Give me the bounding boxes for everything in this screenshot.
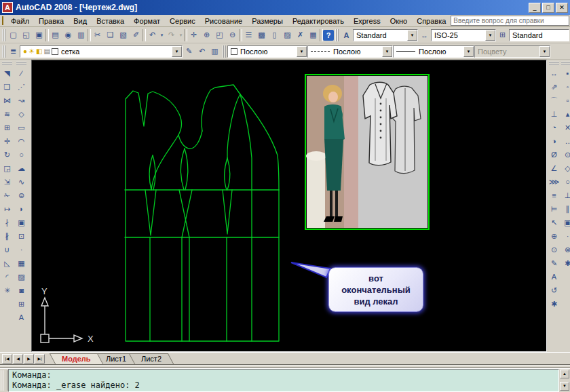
quickcalc[interactable]: ▦ <box>307 28 320 41</box>
toolbar-grip[interactable] <box>223 45 226 58</box>
copy-object[interactable]: ❏ <box>1 80 14 94</box>
snap-center[interactable]: ⊙ <box>561 148 570 161</box>
arc-length-dimension[interactable]: ⌒ <box>548 94 560 107</box>
last-tab-button[interactable]: ▶| <box>35 354 45 364</box>
plot[interactable]: ▤ <box>49 28 62 41</box>
chamfer[interactable]: ◺ <box>1 256 14 270</box>
extend[interactable]: ↦ <box>1 202 14 216</box>
move[interactable]: ✛ <box>1 134 14 148</box>
help[interactable]: ? <box>323 30 334 41</box>
snap-from[interactable]: ◦ <box>561 80 570 94</box>
open-file[interactable]: ◱ <box>20 28 33 41</box>
offset[interactable]: ≋ <box>1 107 14 121</box>
polyline[interactable]: ↝ <box>15 94 28 107</box>
color-combo[interactable]: Послою ▼ <box>227 45 307 58</box>
toolbar-grip[interactable] <box>335 29 339 41</box>
polygon[interactable]: ◇ <box>15 107 28 121</box>
menu-item[interactable]: Редактировать <box>288 16 349 26</box>
menu-item[interactable]: Рисование <box>200 16 247 26</box>
menu-item[interactable]: Сервис <box>165 16 200 26</box>
paste[interactable]: ▧ <box>117 28 130 41</box>
insert-block[interactable]: ▣ <box>15 216 28 229</box>
region[interactable]: ◙ <box>15 283 28 297</box>
revision-cloud[interactable]: ☁ <box>15 161 28 175</box>
zoom-previous[interactable]: ⊖ <box>226 28 239 41</box>
menu-item[interactable]: Вставка <box>92 16 129 26</box>
text-style-manager-icon[interactable]: A <box>340 28 353 41</box>
diameter-dimension[interactable]: Ø <box>548 148 560 161</box>
match-properties[interactable]: ✐ <box>130 28 142 41</box>
command-history[interactable]: Команда:Команда: _erase найдено: 2 <box>8 369 559 392</box>
point[interactable]: · <box>15 243 28 256</box>
table-style-manager-icon[interactable]: ⊞ <box>496 28 509 41</box>
toolbar-grip[interactable] <box>561 62 570 65</box>
menu-item[interactable]: Окно <box>385 16 413 26</box>
stretch[interactable]: ⇲ <box>1 175 14 189</box>
toolbar-grip[interactable] <box>2 62 12 65</box>
scale[interactable]: ◲ <box>1 161 14 175</box>
ordinate-dimension[interactable]: ⊥ <box>548 107 560 121</box>
quick-leader[interactable]: ↖ <box>548 216 560 229</box>
sheet-set-manager[interactable]: ▨ <box>281 28 294 41</box>
menu-item[interactable]: Файл <box>6 16 34 26</box>
construction-line[interactable]: ⋰ <box>15 80 28 94</box>
radius-dimension[interactable]: ◔ <box>548 121 560 134</box>
dimension-update[interactable]: ↺ <box>548 283 560 297</box>
snap-intersection[interactable]: ✕ <box>561 121 570 134</box>
tool-palettes[interactable]: ▯ <box>268 28 281 41</box>
break[interactable]: ∦ <box>1 229 14 243</box>
center-mark[interactable]: ⊙ <box>548 243 560 256</box>
toolbar-grip[interactable] <box>2 45 5 58</box>
publish[interactable]: ▥ <box>75 28 88 41</box>
hatch[interactable]: ▦ <box>15 256 28 270</box>
menu-item[interactable]: Вид <box>69 16 92 26</box>
scroll-up-icon[interactable]: ▲ <box>560 370 569 378</box>
command-window-splitter[interactable] <box>0 364 570 369</box>
array[interactable]: ⊞ <box>1 121 14 134</box>
snap-midpoint[interactable]: ▴ <box>561 107 570 121</box>
snap-parallel[interactable]: ∥ <box>561 202 570 216</box>
menu-item[interactable]: Express <box>349 16 385 26</box>
next-tab-button[interactable]: ▶ <box>24 354 34 364</box>
minimize-button[interactable]: _ <box>529 3 541 13</box>
dim-style-manager-icon[interactable]: ↔ <box>418 28 431 41</box>
maximize-button[interactable]: □ <box>542 3 554 13</box>
aligned-dimension[interactable]: ⇗ <box>548 80 560 94</box>
continue-dimension[interactable]: ⊨ <box>548 202 560 216</box>
linetype-combo[interactable]: Послою ▼ <box>307 45 393 58</box>
command-window-grip[interactable] <box>1 370 7 391</box>
arc[interactable]: ◠ <box>15 134 28 148</box>
menu-item[interactable]: Справка <box>412 16 451 26</box>
markup-set-manager[interactable]: ✗ <box>294 28 307 41</box>
drawing-file-icon[interactable] <box>2 16 3 25</box>
copy[interactable]: ❏ <box>104 28 117 41</box>
trim[interactable]: ✁ <box>1 189 14 202</box>
tolerance[interactable]: ⊕ <box>548 229 560 243</box>
pan-realtime[interactable]: ✛ <box>187 28 200 41</box>
snap-insert[interactable]: ▣ <box>561 216 570 229</box>
properties-palette[interactable]: ☰ <box>242 28 255 41</box>
snap-nearest[interactable]: ⊗ <box>561 243 570 256</box>
ellipse-arc[interactable]: ◗ <box>15 202 28 216</box>
rotate[interactable]: ↻ <box>1 148 14 161</box>
rectangle[interactable]: ▭ <box>15 121 28 134</box>
zoom-realtime[interactable]: ⊕ <box>200 28 213 41</box>
layer-properties-manager-icon[interactable]: ≣ <box>7 45 20 58</box>
join[interactable]: ∪ <box>1 243 14 256</box>
osnap-settings[interactable]: ✱ <box>561 256 570 270</box>
baseline-dimension[interactable]: ≡ <box>548 189 560 202</box>
toolbar-grip[interactable] <box>2 29 5 41</box>
redo-menu[interactable]: ▾ <box>178 28 184 41</box>
dimension-text-edit[interactable]: A <box>548 270 560 283</box>
menu-item[interactable]: Правка <box>34 16 69 26</box>
layer-combo[interactable]: ● ☀ ◧ ▤ сетка ▼ <box>20 45 183 58</box>
snap-extension[interactable]: ‥ <box>561 134 570 148</box>
make-object-layer-current-icon[interactable]: ✎ <box>183 45 195 58</box>
undo-menu[interactable]: ▾ <box>159 28 165 41</box>
title-bar[interactable]: A AutoCAD 2008 - [Чертеж2.dwg] _□✕ <box>0 0 570 15</box>
fillet[interactable]: ◜ <box>1 270 14 283</box>
toolbar-grip[interactable] <box>16 62 26 65</box>
save[interactable]: ▣ <box>33 28 45 41</box>
snap-tangent[interactable]: ○ <box>561 175 570 189</box>
designcenter[interactable]: ▩ <box>255 28 268 41</box>
